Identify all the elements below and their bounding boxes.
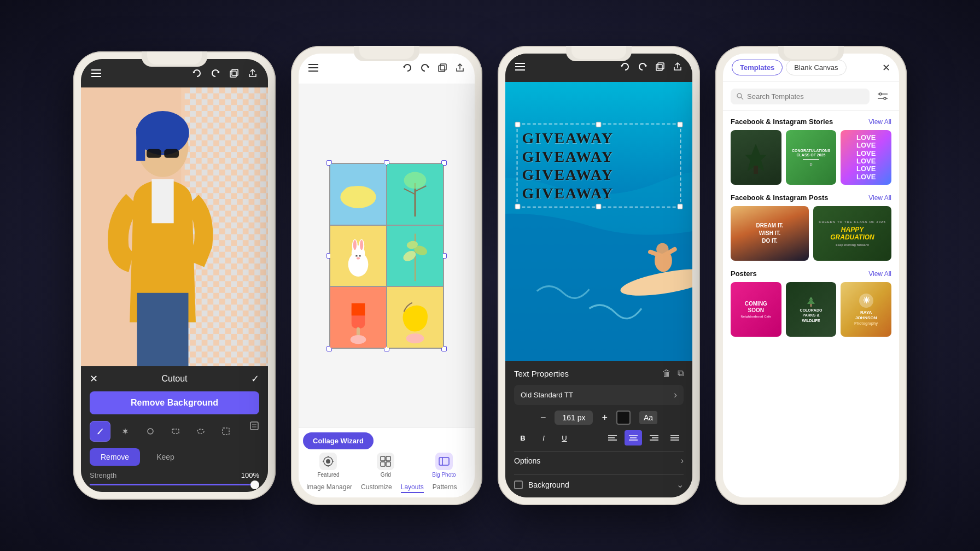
redo-icon-3[interactable]: [638, 62, 648, 74]
layouts-tab[interactable]: Layouts: [401, 483, 424, 493]
giveaway-line-3: GIVEAWAY: [522, 166, 676, 184]
bold-button[interactable]: B: [514, 430, 532, 446]
search-templates-input[interactable]: [747, 92, 864, 101]
phone3-content: GIVEAWAY GIVEAWAY GIVEAWAY GIVEAWAY: [505, 54, 692, 497]
redo-icon[interactable]: [210, 68, 221, 79]
posters-section-title: Posters: [731, 269, 757, 278]
hamburger-icon[interactable]: [91, 68, 102, 79]
svg-rect-29: [439, 66, 445, 72]
collage-cell-3[interactable]: [330, 226, 386, 286]
collage-wizard-tab[interactable]: Collage Wizard: [303, 432, 374, 449]
strength-slider-thumb[interactable]: [250, 480, 259, 489]
remove-tab[interactable]: Remove: [90, 448, 140, 466]
size-increase-button[interactable]: +: [602, 412, 608, 424]
font-selector-row[interactable]: Old Standard TT ›: [514, 385, 684, 405]
collage-cell-6[interactable]: [387, 287, 443, 348]
template-card-congrats[interactable]: CONGRATULATIONSCLASS OF 2025 D: [786, 130, 837, 185]
sel-handle-tl[interactable]: [515, 122, 521, 127]
template-card-mountain[interactable]: DREAM IT.WISH IT.DO IT.: [731, 206, 809, 261]
posters-view-all[interactable]: View All: [868, 270, 891, 278]
search-box: [731, 89, 870, 104]
posts-section: Facebook & Instagram Posts View All DREA…: [731, 194, 891, 261]
undo-icon-3[interactable]: [620, 62, 630, 74]
featured-label: Featured: [317, 472, 339, 478]
phone2-sub-tabs: Image Manager Customize Layouts Patterns: [299, 481, 475, 497]
strength-slider[interactable]: [90, 484, 259, 485]
share-icon-3[interactable]: [673, 62, 682, 74]
close-templates-button[interactable]: ✕: [882, 62, 890, 74]
stories-view-all[interactable]: View All: [868, 118, 891, 126]
featured-icon-tab[interactable]: Featured: [317, 453, 339, 478]
template-card-parks[interactable]: COLORADOPARKS &WILDLIFE: [786, 282, 837, 337]
brush-tool[interactable]: [90, 421, 110, 442]
share-icon[interactable]: [247, 68, 258, 79]
justify-button[interactable]: [666, 430, 684, 446]
magic-wand-tool[interactable]: [115, 421, 136, 442]
posts-view-all[interactable]: View All: [868, 194, 891, 202]
template-card-coming-soon[interactable]: COMINGSOON Neighborhood Cafe: [731, 282, 781, 337]
background-checkbox[interactable]: [514, 480, 523, 489]
cutout-confirm-button[interactable]: ✓: [251, 373, 259, 385]
share-icon-2[interactable]: [455, 63, 465, 75]
duplicate-icon-2[interactable]: [438, 63, 447, 75]
text-properties-title: Text Properties: [514, 369, 569, 378]
color-swatch[interactable]: [616, 411, 631, 425]
duplicate-text-icon[interactable]: ⧉: [678, 368, 684, 378]
underline-button[interactable]: U: [556, 430, 573, 446]
sel-handle-bm[interactable]: [596, 204, 602, 209]
collage-cell-1[interactable]: [330, 164, 386, 225]
hamburger-icon-2[interactable]: [308, 64, 318, 74]
template-card-forest[interactable]: [731, 130, 781, 185]
options-row[interactable]: Options ›: [514, 451, 684, 470]
filter-button[interactable]: [874, 87, 891, 105]
align-left-button[interactable]: [604, 430, 621, 446]
collage-cell-2[interactable]: [387, 164, 443, 225]
size-decrease-button[interactable]: −: [540, 412, 546, 424]
posters-section-header: Posters View All: [731, 269, 891, 278]
align-center-button[interactable]: [625, 430, 642, 446]
blank-canvas-tab[interactable]: Blank Canvas: [786, 60, 846, 75]
redo-icon-2[interactable]: [420, 63, 430, 75]
undo-icon-2[interactable]: [402, 63, 412, 75]
remove-background-button[interactable]: Remove Background: [90, 391, 259, 414]
svg-point-19: [148, 429, 153, 434]
lasso-tool[interactable]: [140, 421, 161, 442]
svg-rect-72: [439, 458, 449, 465]
image-manager-tab[interactable]: Image Manager: [306, 483, 352, 493]
rect-select-tool[interactable]: [165, 421, 186, 442]
card-text-congrats: CONGRATULATIONSCLASS OF 2025 D: [786, 130, 837, 185]
sel-handle-tr[interactable]: [677, 122, 682, 127]
layer-icon[interactable]: [249, 421, 259, 442]
align-right-button[interactable]: [645, 430, 663, 446]
square-select-tool[interactable]: [215, 421, 236, 442]
collage-cell-5[interactable]: [330, 287, 386, 348]
duplicate-icon-3[interactable]: [655, 62, 665, 74]
customize-tab[interactable]: Customize: [361, 483, 392, 493]
collage-cell-4[interactable]: [387, 226, 443, 286]
antialiasing-button[interactable]: Aa: [639, 411, 657, 424]
cutout-close-button[interactable]: ✕: [90, 373, 98, 385]
keep-tab[interactable]: Keep: [145, 448, 185, 466]
duplicate-icon[interactable]: [229, 68, 240, 79]
phone-templates: Templates Blank Canvas ✕: [715, 46, 907, 505]
sel-handle-br[interactable]: [677, 204, 682, 209]
sel-handle-bl[interactable]: [515, 204, 521, 209]
trash-icon[interactable]: 🗑: [662, 368, 671, 378]
template-card-raya[interactable]: ☀ RAYAJOHNSON Photography: [841, 282, 891, 337]
big-photo-icon-tab[interactable]: Big Photo: [432, 453, 456, 478]
template-card-love[interactable]: LOVELOVELOVELOVELOVELOVE: [841, 130, 891, 185]
font-size-input[interactable]: 161 px: [555, 411, 593, 425]
svg-rect-74: [515, 63, 525, 64]
italic-button[interactable]: I: [535, 430, 552, 446]
templates-tab[interactable]: Templates: [732, 60, 783, 75]
undo-icon[interactable]: [191, 68, 202, 79]
template-card-graduation[interactable]: CHEERS TO THE CLASS OF 2025 HappyGraduat…: [813, 206, 891, 261]
ellipse-tool[interactable]: [190, 421, 211, 442]
grid-icon-tab[interactable]: Grid: [377, 453, 394, 478]
patterns-tab[interactable]: Patterns: [433, 483, 457, 493]
sel-handle-tm[interactable]: [596, 122, 602, 127]
templates-tabs: Templates Blank Canvas: [732, 60, 847, 75]
hamburger-icon-3[interactable]: [515, 63, 525, 73]
templates-scroll[interactable]: Facebook & Instagram Stories View All: [723, 111, 899, 497]
giveaway-text-box[interactable]: GIVEAWAY GIVEAWAY GIVEAWAY GIVEAWAY: [517, 124, 681, 208]
